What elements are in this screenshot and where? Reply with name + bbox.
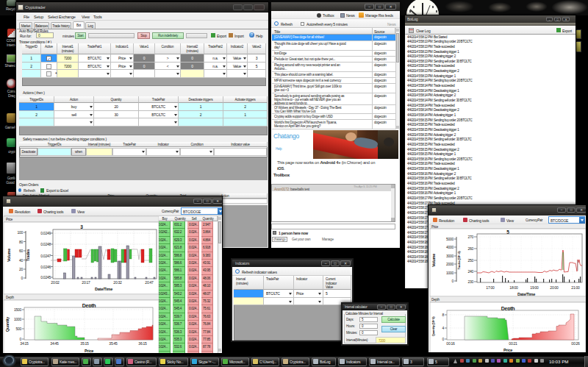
svg-text:60: 60 (19, 249, 24, 253)
svg-text:Depth: Depth (6, 296, 15, 299)
svg-text:Price: Price (431, 225, 439, 229)
svg-text:Price: Price (85, 349, 93, 353)
svg-text:20:02: 20:02 (51, 280, 60, 285)
svg-text:250: 250 (467, 258, 473, 263)
svg-text:0.0248: 0.0248 (40, 242, 51, 246)
svg-text:34:15: 34:15 (20, 341, 29, 346)
svg-text:5000: 5000 (446, 237, 454, 241)
svg-text:Price: Price (6, 218, 13, 221)
svg-text:35:45: 35:45 (109, 341, 118, 346)
svg-text:100: 100 (17, 230, 23, 235)
svg-text:Volume: Volume (7, 249, 11, 262)
svg-text:00:26: 00:26 (571, 341, 580, 346)
svg-text:20:00: 20:00 (550, 285, 559, 290)
svg-text:Depth: Depth (431, 298, 440, 302)
svg-text:Price: Price (503, 348, 512, 352)
svg-text:20:17: 20:17 (82, 280, 90, 285)
svg-text:230: 230 (467, 279, 473, 284)
svg-text:20:47: 20:47 (145, 280, 154, 285)
svg-text:Date/Time: Date/Time (517, 292, 535, 296)
svg-text:Trades: Trades (26, 249, 30, 261)
svg-text:0.0249: 0.0249 (40, 231, 51, 235)
svg-text:4000: 4000 (446, 245, 454, 249)
svg-text:270: 270 (467, 235, 473, 239)
svg-text:240: 240 (467, 269, 473, 274)
svg-text:17:00: 17:00 (486, 285, 495, 290)
svg-text:2000: 2000 (446, 262, 454, 266)
svg-text:Date/Time: Date/Time (95, 287, 112, 291)
svg-text:1000: 1000 (446, 271, 454, 275)
svg-text:20: 20 (19, 267, 24, 271)
svg-text:80: 80 (19, 240, 24, 244)
svg-text:1000: 1000 (14, 317, 22, 321)
svg-text:Volume: Volume (431, 254, 436, 267)
svg-text:0.0245: 0.0245 (40, 275, 51, 279)
svg-text:20:32: 20:32 (113, 280, 122, 285)
svg-text:3000: 3000 (446, 254, 454, 258)
svg-text:260: 260 (467, 246, 473, 251)
svg-text:35:15: 35:15 (80, 341, 89, 346)
svg-text:Quantity (10^3): Quantity (10^3) (431, 316, 435, 336)
svg-text:18:00: 18:00 (509, 285, 518, 290)
svg-text:40: 40 (19, 258, 24, 263)
svg-text:36:15: 36:15 (138, 341, 147, 346)
svg-text:00:16: 00:16 (446, 341, 455, 346)
svg-text:34:45: 34:45 (50, 341, 59, 346)
svg-text:1500: 1500 (14, 307, 22, 312)
svg-text:19:00: 19:00 (530, 285, 539, 290)
svg-text:Trades (10^-6): Trades (10^-6) (457, 251, 461, 270)
svg-text:00:21: 00:21 (509, 341, 517, 346)
svg-text:0.0247: 0.0247 (40, 254, 51, 258)
svg-text:500: 500 (15, 327, 21, 331)
svg-text:21:00: 21:00 (571, 285, 580, 290)
svg-text:Quantity: Quantity (5, 316, 10, 332)
svg-text:0.0246: 0.0246 (40, 265, 51, 269)
